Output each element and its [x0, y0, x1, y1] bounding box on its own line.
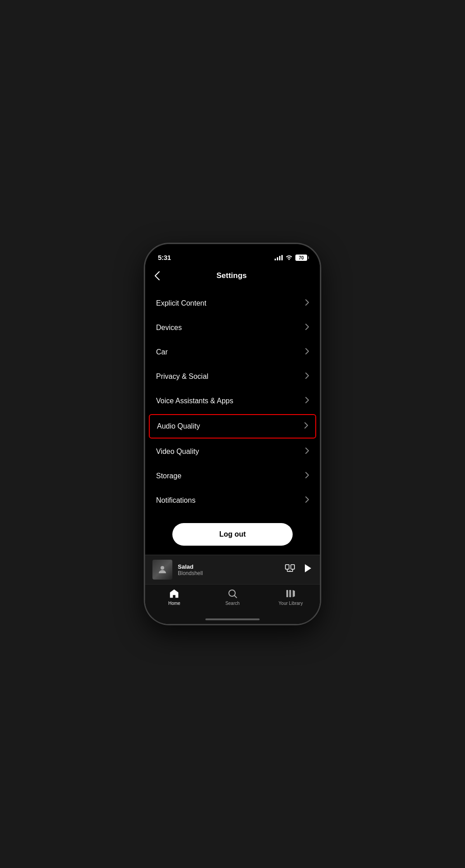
settings-item-privacy-social[interactable]: Privacy & Social: [145, 364, 320, 389]
settings-item-audio-quality[interactable]: Audio Quality: [149, 414, 316, 439]
chevron-right-icon: [305, 448, 309, 456]
settings-label-privacy-social: Privacy & Social: [156, 373, 209, 381]
home-icon: [169, 588, 180, 599]
chevron-right-icon: [305, 324, 309, 332]
svg-rect-2: [291, 565, 294, 569]
album-art: [152, 560, 172, 580]
settings-item-video-quality[interactable]: Video Quality: [145, 439, 320, 464]
settings-label-voice-assistants: Voice Assistants & Apps: [156, 397, 233, 405]
back-button[interactable]: [151, 268, 163, 284]
chevron-right-icon: [305, 496, 309, 505]
settings-item-notifications[interactable]: Notifications: [145, 488, 320, 509]
search-icon: [227, 588, 238, 599]
tab-bar: Home Search Your Library: [145, 584, 320, 615]
nav-bar: Settings: [145, 264, 320, 288]
chevron-right-icon: [305, 299, 309, 307]
settings-item-storage[interactable]: Storage: [145, 464, 320, 488]
tab-library[interactable]: Your Library: [275, 588, 307, 606]
tab-library-label: Your Library: [279, 601, 303, 606]
wifi-icon: [285, 254, 293, 261]
tab-search[interactable]: Search: [217, 588, 248, 606]
svg-line-9: [234, 596, 237, 598]
settings-item-devices[interactable]: Devices: [145, 316, 320, 340]
phone-inner: 5:31 70: [145, 244, 320, 624]
tab-home[interactable]: Home: [158, 588, 190, 606]
settings-label-devices: Devices: [156, 324, 182, 332]
svg-rect-10: [286, 590, 288, 597]
player-controls: [285, 563, 313, 576]
chevron-right-icon: [305, 472, 309, 480]
chevron-right-icon: [305, 348, 309, 356]
settings-label-audio-quality: Audio Quality: [157, 422, 200, 430]
library-icon: [285, 588, 296, 599]
settings-label-storage: Storage: [156, 472, 181, 480]
chevron-right-icon: [304, 422, 308, 430]
track-artist: Blondshell: [178, 570, 279, 576]
tab-home-label: Home: [168, 601, 180, 606]
settings-item-explicit-content[interactable]: Explicit Content: [145, 291, 320, 316]
tab-search-label: Search: [225, 601, 240, 606]
play-button[interactable]: [303, 563, 313, 576]
notch: [199, 244, 266, 258]
page-title: Settings: [163, 271, 300, 280]
status-time: 5:31: [158, 254, 171, 261]
settings-label-explicit-content: Explicit Content: [156, 299, 206, 307]
connect-devices-button[interactable]: [285, 563, 295, 576]
battery-icon: 70: [295, 255, 307, 261]
logout-section: Log out: [145, 509, 320, 555]
home-bar: [205, 618, 260, 620]
settings-item-voice-assistants[interactable]: Voice Assistants & Apps: [145, 389, 320, 413]
settings-list: Explicit ContentDevicesCarPrivacy & Soci…: [145, 288, 320, 509]
phone-frame: 5:31 70: [144, 243, 321, 625]
settings-label-video-quality: Video Quality: [156, 448, 199, 456]
logout-button[interactable]: Log out: [172, 523, 293, 546]
svg-marker-7: [305, 564, 311, 572]
track-name: Salad: [178, 563, 279, 570]
settings-label-notifications: Notifications: [156, 496, 195, 505]
svg-point-0: [161, 566, 164, 570]
track-info: Salad Blondshell: [178, 563, 279, 576]
chevron-right-icon: [305, 373, 309, 381]
home-indicator: [145, 615, 320, 624]
mini-player[interactable]: Salad Blondshell: [145, 555, 320, 584]
settings-label-car: Car: [156, 348, 168, 356]
settings-item-car[interactable]: Car: [145, 340, 320, 364]
svg-rect-1: [285, 565, 289, 569]
chevron-right-icon: [305, 397, 309, 405]
svg-rect-11: [289, 590, 291, 597]
status-icons: 70: [275, 254, 307, 261]
signal-bars-icon: [275, 255, 283, 260]
